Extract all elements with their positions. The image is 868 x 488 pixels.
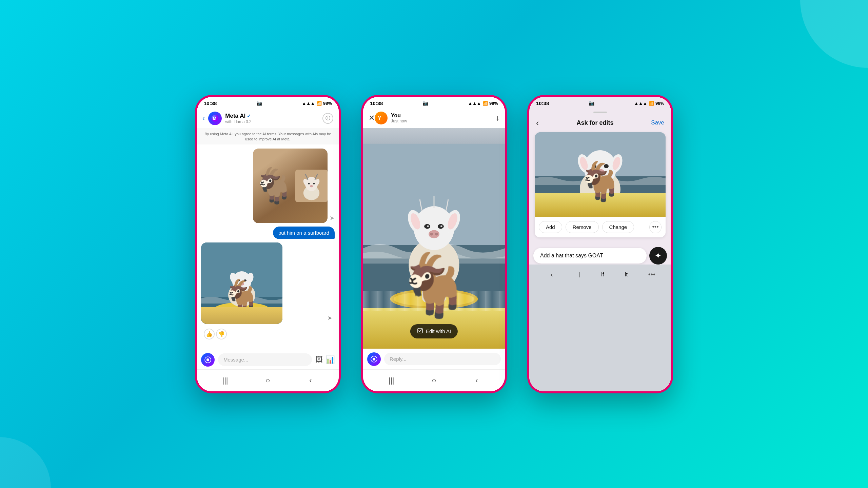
disclaimer: By using Meta AI, you agree to the AI te… [197, 129, 339, 145]
status-bar-3: 10:38 📷 ▲▲▲ 📶 98% [529, 97, 671, 108]
wifi-icon-3: 📶 [649, 101, 654, 106]
svg-point-19 [239, 282, 244, 286]
edit-actions: Add Remove Change ••• [535, 217, 666, 237]
svg-point-21 [206, 358, 209, 361]
svg-point-7 [308, 183, 310, 184]
image-user-name: You [391, 113, 496, 119]
svg-point-45 [373, 358, 375, 360]
keyboard-suggestions: ‹ | If It ••• [529, 265, 671, 285]
goat-surfboard-image[interactable] [201, 242, 282, 324]
chat-body[interactable]: ➤ put him on a surfboard [197, 144, 339, 350]
edit-with-ai-button[interactable]: Edit with AI [410, 324, 458, 338]
more-options-button[interactable]: ••• [649, 221, 662, 233]
svg-rect-46 [535, 132, 666, 217]
reply-input[interactable]: Reply... [384, 353, 501, 365]
svg-point-26 [390, 289, 478, 309]
it-key[interactable]: It [625, 272, 628, 278]
time-1: 10:38 [204, 100, 217, 106]
remove-button[interactable]: Remove [566, 221, 599, 233]
status-icons-3: ▲▲▲ 📶 98% [634, 101, 664, 106]
nav-menu-1[interactable]: ||| [218, 374, 232, 387]
phone-1: 10:38 📷 ▲▲▲ 📶 98% ‹ M [195, 95, 341, 393]
svg-text:M: M [213, 116, 216, 121]
camera-button-1[interactable] [201, 353, 215, 367]
battery-2: 98% [489, 101, 498, 106]
reply-camera-btn[interactable] [367, 352, 381, 366]
battery-1: 98% [323, 101, 332, 106]
close-button[interactable]: ✕ [369, 114, 375, 122]
svg-rect-43 [418, 328, 422, 333]
svg-point-48 [563, 198, 637, 213]
nav-home-2[interactable]: ○ [427, 374, 441, 387]
svg-point-50 [584, 150, 616, 186]
back-button-3[interactable]: ‹ [536, 118, 539, 128]
status-icons-2: ▲▲▲ 📶 98% [468, 101, 498, 106]
edit-screen-title: Ask for edits [576, 119, 613, 126]
input-icons: 🖼 📊 [315, 355, 335, 364]
svg-point-17 [237, 279, 240, 281]
goat-original-image[interactable] [253, 149, 328, 223]
message-input[interactable]: Message... [218, 353, 312, 366]
thumbsup-btn[interactable]: 👍 [204, 329, 215, 339]
change-button[interactable]: Change [602, 221, 634, 233]
verified-icon: ✓ [247, 113, 251, 119]
chat-name: Meta AI ✓ [225, 113, 319, 119]
camera-icon-2: 📷 [422, 100, 428, 106]
more-key[interactable]: ••• [648, 271, 655, 278]
battery-3: 98% [655, 101, 664, 106]
chat-header-info: Meta AI ✓ with Llama 3.2 [225, 113, 319, 124]
water-waves [363, 291, 505, 311]
svg-point-40 [435, 233, 438, 235]
info-button[interactable]: ⓘ [322, 113, 333, 124]
edit-image-container: Add Remove Change ••• [535, 132, 666, 237]
nav-back-1[interactable]: ‹ [304, 374, 317, 387]
cursor-key[interactable]: | [579, 272, 580, 278]
nav-home-1[interactable]: ○ [261, 374, 275, 387]
voice-icon[interactable]: 📊 [326, 355, 335, 364]
wifi-icon: 📶 [316, 101, 322, 106]
screen-3: ‹ Ask for edits Save [529, 108, 671, 391]
thumbsdown-btn[interactable]: 👎 [216, 329, 227, 339]
status-bar-2: 10:38 📷 ▲▲▲ 📶 98% [363, 97, 505, 108]
screen-2: ✕ Y You Just now ↓ [363, 108, 505, 391]
svg-point-8 [313, 183, 315, 184]
ask-input-field[interactable]: Add a hat that says GOAT [533, 248, 647, 263]
if-key[interactable]: If [601, 272, 604, 278]
add-button[interactable]: Add [539, 221, 562, 233]
time-2: 10:38 [370, 100, 383, 106]
chat-subtitle: with Llama 3.2 [225, 119, 319, 124]
image-time: Just now [391, 119, 496, 123]
svg-point-37 [440, 225, 442, 227]
save-button[interactable]: Save [651, 119, 664, 126]
svg-point-27 [394, 291, 475, 306]
bottom-sheet-handle [593, 112, 607, 113]
svg-point-13 [228, 283, 255, 307]
svg-point-55 [592, 164, 596, 168]
svg-point-49 [580, 170, 620, 209]
full-image-container[interactable]: Edit with AI [363, 128, 505, 349]
svg-rect-10 [201, 242, 282, 324]
edit-ai-icon [417, 328, 423, 335]
nav-menu-2[interactable]: ||| [384, 374, 398, 387]
svg-rect-58 [590, 198, 597, 208]
nav-back-2[interactable]: ‹ [470, 374, 484, 387]
send-icon-thumb[interactable]: ➤ [328, 315, 332, 321]
ask-submit-button[interactable]: ✦ [649, 247, 667, 265]
nav-bar-1: ||| ○ ‹ [197, 369, 339, 391]
keyboard-back-btn[interactable]: ‹ [545, 268, 558, 281]
svg-point-39 [430, 233, 433, 235]
svg-point-57 [596, 169, 605, 176]
svg-text:Y: Y [378, 115, 381, 121]
wifi-icon-2: 📶 [482, 101, 488, 106]
download-button[interactable]: ↓ [496, 114, 499, 122]
signal-icon-3: ▲▲▲ [634, 101, 647, 106]
send-icon-1[interactable]: ➤ [330, 214, 335, 223]
gallery-icon[interactable]: 🖼 [315, 355, 323, 364]
back-button-1[interactable]: ‹ [202, 114, 205, 123]
sparkle-icon: ✦ [655, 251, 662, 260]
phone-3: 10:38 📷 ▲▲▲ 📶 98% ‹ Ask for edits Save [527, 95, 673, 393]
status-bar-1: 10:38 📷 ▲▲▲ 📶 98% [197, 97, 339, 108]
svg-rect-41 [422, 285, 431, 302]
keyboard-area [529, 285, 671, 391]
surfboard-message: put him on a surfboard [273, 227, 335, 239]
